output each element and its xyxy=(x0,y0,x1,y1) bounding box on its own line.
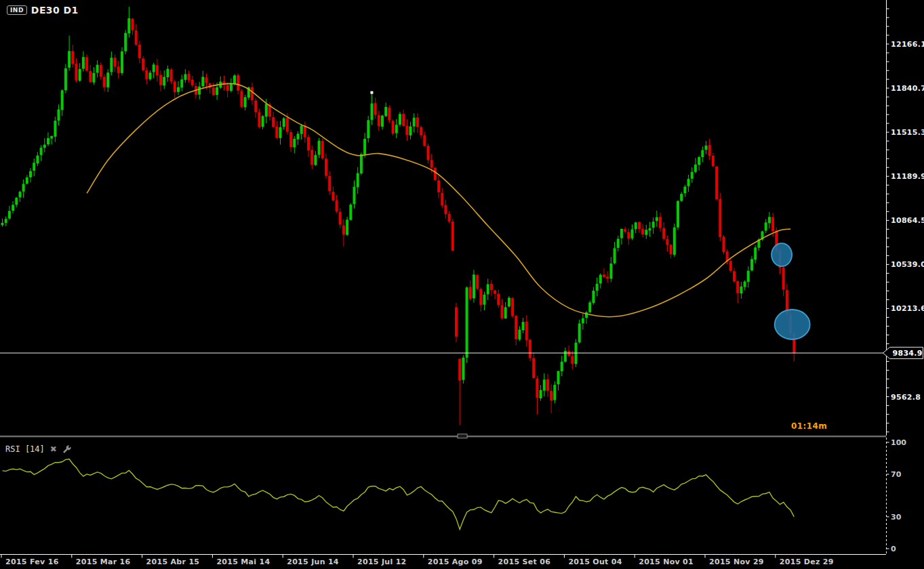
candle-body xyxy=(698,157,700,165)
candle-body xyxy=(596,284,599,291)
candle-body xyxy=(617,239,620,248)
candle-body xyxy=(740,287,742,293)
close-indicator-icon[interactable]: ✖ xyxy=(50,445,57,453)
candle-body xyxy=(349,205,352,220)
candle-body xyxy=(771,217,774,232)
white-dot-marker[interactable] xyxy=(370,91,373,94)
candle-body xyxy=(427,146,430,160)
candle-body xyxy=(691,172,694,179)
ellipse-annotation[interactable] xyxy=(771,243,792,266)
rsi-plot-area[interactable] xyxy=(0,438,886,554)
candle-body xyxy=(588,303,591,312)
splitter-grip[interactable] xyxy=(458,434,467,438)
candle xyxy=(392,119,395,135)
candle-body xyxy=(522,322,525,330)
candle xyxy=(349,203,352,221)
time-axis-label: 2015 Dez 29 xyxy=(780,557,834,566)
candle-body xyxy=(114,58,117,66)
candle-body xyxy=(487,284,489,295)
candle-body xyxy=(50,136,53,139)
time-axis-label: 2015 Nov 01 xyxy=(639,557,694,566)
candle-body xyxy=(209,83,212,88)
candle-body xyxy=(536,379,538,398)
time-axis-label: 2015 Out 04 xyxy=(568,557,622,566)
candle-body xyxy=(466,287,468,358)
chart-canvas[interactable]: 12166.111840.711515.311189.910864.510539… xyxy=(0,0,924,569)
candle-body xyxy=(177,87,180,92)
candle-body xyxy=(138,45,141,58)
price-axis[interactable]: 12166.111840.711515.311189.910864.510539… xyxy=(887,0,924,436)
candle-body xyxy=(603,274,605,276)
candle-body xyxy=(174,81,176,92)
candle-body xyxy=(371,104,374,120)
candle-body xyxy=(58,110,60,121)
candle-body xyxy=(677,201,679,228)
candle-body xyxy=(230,83,233,91)
candle-body xyxy=(251,87,254,100)
candle-body xyxy=(624,229,626,232)
candle-body xyxy=(180,79,183,87)
candle-body xyxy=(304,125,306,138)
rsi-indicator-title: RSI [14] xyxy=(5,444,45,454)
indicator-settings-wrench-icon[interactable] xyxy=(62,445,71,454)
rsi-axis-label: 0 xyxy=(891,545,896,553)
candle-body xyxy=(262,116,264,127)
candle-body xyxy=(476,275,479,289)
candle-body xyxy=(381,116,384,127)
candle-body xyxy=(782,268,785,290)
candle-body xyxy=(64,68,67,90)
candle-body xyxy=(106,72,109,87)
candle-body xyxy=(103,77,106,87)
candle-body xyxy=(170,70,173,82)
trading-terminal-window: 12166.111840.711515.311189.910864.510539… xyxy=(0,0,924,569)
candle-body xyxy=(283,119,285,127)
candle-body xyxy=(729,261,732,271)
candle-body xyxy=(659,217,662,228)
candle-body xyxy=(226,85,229,91)
candle-body xyxy=(497,294,500,305)
candle-body xyxy=(712,156,715,166)
candle xyxy=(455,303,458,342)
candle-body xyxy=(159,75,162,85)
panel-splitter[interactable] xyxy=(0,436,886,437)
candle-body xyxy=(469,287,472,299)
candle-body xyxy=(272,117,275,127)
candle-body xyxy=(392,121,395,133)
candle-body xyxy=(754,247,757,259)
rsi-axis-label: 70 xyxy=(891,470,902,479)
candle-body xyxy=(342,226,345,235)
candle-body xyxy=(649,228,651,230)
time-axis-label: 2015 Ago 09 xyxy=(428,557,483,566)
candle-body xyxy=(286,118,289,131)
candle-body xyxy=(300,126,303,134)
candle xyxy=(529,339,531,361)
candle-body xyxy=(592,291,595,303)
candle-body xyxy=(529,340,531,358)
candle-body xyxy=(561,362,563,371)
candle-body xyxy=(641,229,644,234)
candle-body xyxy=(374,103,377,114)
time-axis-label: 2015 Set 06 xyxy=(498,557,551,566)
candle-body xyxy=(458,359,461,381)
price-axis-label: 11515.3 xyxy=(891,128,924,137)
candle-body xyxy=(546,379,549,391)
candle-body xyxy=(490,284,493,290)
candle-body xyxy=(662,228,665,239)
candle-body xyxy=(110,58,113,72)
rsi-axis[interactable]: 10070300 xyxy=(887,438,907,554)
candle xyxy=(673,224,676,257)
candle-body xyxy=(237,75,239,91)
candle-body xyxy=(599,275,602,284)
candle-body xyxy=(614,248,616,263)
candle-body xyxy=(29,171,32,177)
price-axis-label: 10539.0 xyxy=(891,260,924,269)
candle-body xyxy=(645,230,647,235)
candle-body xyxy=(719,199,721,237)
ellipse-annotation[interactable] xyxy=(775,310,810,339)
main-plot-area[interactable] xyxy=(0,0,886,436)
candle-body xyxy=(511,298,514,316)
time-axis[interactable]: 2015 Fev 162015 Mar 162015 Abr 152015 Ma… xyxy=(0,555,886,567)
symbol-period-label: DE30 D1 xyxy=(31,5,79,16)
candle-body xyxy=(289,132,292,147)
candle-countdown-timer: 01:14m xyxy=(791,421,827,431)
